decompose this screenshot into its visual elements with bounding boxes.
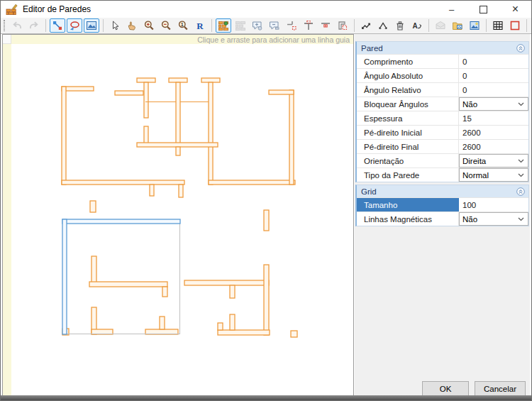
- property-value[interactable]: 2600: [459, 143, 481, 151]
- wall-segment[interactable]: [137, 78, 155, 82]
- wall-segment[interactable]: [218, 323, 223, 330]
- property-value[interactable]: 2600: [459, 128, 481, 137]
- property-dropdown[interactable]: Normal: [459, 168, 528, 182]
- guide-line[interactable]: [62, 334, 180, 334]
- property-label[interactable]: Linhas Magnéticas: [357, 212, 459, 226]
- group-header[interactable]: Pared: [357, 42, 528, 54]
- joint-corner-button[interactable]: [335, 18, 350, 33]
- zoom-actual-button[interactable]: 1: [175, 18, 191, 33]
- wall-segment[interactable]: [89, 282, 167, 287]
- property-value[interactable]: 0: [459, 72, 467, 80]
- wall-segment[interactable]: [115, 91, 143, 95]
- cancel-button[interactable]: Cancelar: [475, 381, 526, 397]
- pan-icon: [126, 20, 138, 31]
- wall-segment[interactable]: [184, 280, 269, 285]
- wall-segment[interactable]: [201, 78, 220, 82]
- property-dropdown[interactable]: Direita: [459, 154, 528, 167]
- joint-tee-button[interactable]: [301, 18, 316, 33]
- wall-segment[interactable]: [176, 82, 180, 147]
- wall-segment[interactable]: [137, 143, 218, 147]
- wall-segment[interactable]: [218, 330, 270, 335]
- open-image-button[interactable]: [450, 18, 465, 33]
- wall-segment[interactable]: [169, 78, 187, 82]
- zoom-in-button[interactable]: [141, 18, 157, 33]
- boundary-toggle-button[interactable]: [507, 18, 523, 33]
- property-label[interactable]: Comprimento: [357, 55, 459, 68]
- property-dropdown[interactable]: Não: [459, 97, 528, 111]
- wall-segment[interactable]: [145, 329, 178, 334]
- draw-arc-button[interactable]: [67, 18, 82, 33]
- grid-toggle-button[interactable]: [490, 18, 506, 33]
- wall-segment[interactable]: [144, 126, 148, 145]
- property-value[interactable]: 0: [459, 57, 467, 66]
- property-label[interactable]: Pé-direito Final: [357, 140, 459, 153]
- guide-line[interactable]: [179, 219, 180, 334]
- wall-segment[interactable]: [160, 317, 165, 329]
- maximize-button[interactable]: [467, 1, 499, 18]
- wall-editor-window: Editor de Paredes – × 1RA? Clique e arra…: [0, 0, 532, 401]
- wall-segment[interactable]: [230, 285, 235, 298]
- save-image-button[interactable]: [467, 18, 482, 33]
- minimize-button[interactable]: –: [436, 1, 467, 18]
- joint-break-button[interactable]: [284, 18, 299, 33]
- wall-segment[interactable]: [162, 287, 167, 297]
- close-button[interactable]: ×: [499, 1, 531, 18]
- wall-segment[interactable]: [176, 147, 180, 155]
- property-value[interactable]: 0: [459, 86, 467, 94]
- wall-segment[interactable]: [92, 329, 113, 334]
- property-value[interactable]: 100: [459, 201, 476, 209]
- select-button[interactable]: [107, 18, 123, 33]
- wall-segment[interactable]: [62, 180, 184, 185]
- collapse-chevron-icon[interactable]: [516, 44, 525, 53]
- note-add-button[interactable]: [250, 18, 265, 33]
- wall-segment[interactable]: [209, 180, 295, 185]
- delete-button[interactable]: [392, 18, 408, 33]
- wall-segment[interactable]: [264, 265, 269, 335]
- property-label[interactable]: Tipo da Parede: [357, 168, 459, 182]
- zoom-out-button[interactable]: [158, 18, 174, 33]
- note-remove-button[interactable]: [267, 18, 282, 33]
- wall-segment[interactable]: [144, 82, 148, 118]
- property-label[interactable]: Espessura: [357, 111, 459, 125]
- wall-segment[interactable]: [230, 314, 235, 330]
- property-dropdown[interactable]: Não: [459, 212, 528, 226]
- group-header[interactable]: Grid: [357, 185, 528, 197]
- wall-segment[interactable]: [291, 331, 297, 337]
- property-label[interactable]: Bloquear Ângulos: [357, 97, 459, 111]
- property-row: Comprimento0: [357, 54, 528, 68]
- wall-segment[interactable]: [289, 90, 294, 185]
- wall-segment[interactable]: [179, 185, 183, 197]
- floorplan-svg[interactable]: [3, 35, 353, 395]
- export-icon: [435, 20, 446, 31]
- selected-wall-segment[interactable]: [62, 219, 67, 334]
- background-image-button[interactable]: [84, 18, 99, 33]
- wall-segment[interactable]: [150, 185, 154, 196]
- pan-button[interactable]: [124, 18, 140, 33]
- measure-button[interactable]: [358, 18, 374, 33]
- wall-segment[interactable]: [62, 87, 94, 91]
- property-label[interactable]: Ângulo Absoluto: [357, 69, 459, 82]
- property-label[interactable]: Tamanho: [357, 198, 459, 212]
- wall-segment[interactable]: [264, 210, 269, 231]
- wall-divider-line[interactable]: [145, 101, 176, 102]
- measure-angle-button[interactable]: [375, 18, 391, 33]
- wall-divider-line[interactable]: [180, 101, 209, 102]
- ok-button[interactable]: OK: [422, 381, 469, 397]
- floorplan-canvas[interactable]: Clique e arraste para adicionar uma linh…: [2, 34, 354, 396]
- draw-wall-button[interactable]: [50, 18, 65, 33]
- property-label[interactable]: Pé-direito Inicial: [357, 126, 459, 139]
- reset-view-button[interactable]: R: [192, 18, 208, 33]
- property-value[interactable]: 15: [459, 114, 472, 123]
- property-label[interactable]: Ângulo Relativo: [357, 83, 459, 97]
- joint-cap-button[interactable]: [318, 18, 333, 33]
- toolbar-grip[interactable]: [4, 20, 5, 31]
- selected-wall-segment[interactable]: [62, 219, 180, 224]
- wall-segment[interactable]: [269, 90, 294, 94]
- wall-segment[interactable]: [62, 87, 66, 185]
- property-label[interactable]: Orientação: [357, 154, 459, 167]
- rotate-label-button[interactable]: A: [409, 18, 425, 33]
- collapse-chevron-icon[interactable]: [516, 187, 525, 196]
- wall-visible-button[interactable]: [216, 18, 231, 33]
- wall-segment[interactable]: [90, 201, 96, 212]
- wall-segment[interactable]: [209, 82, 213, 185]
